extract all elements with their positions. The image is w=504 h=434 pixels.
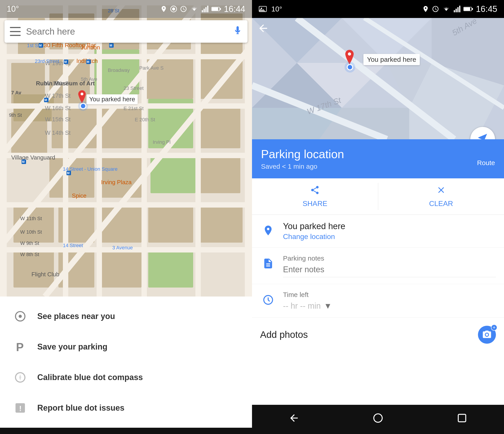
- parking-pin-right: You parked here: [342, 49, 420, 72]
- svg-text:M: M: [39, 44, 42, 47]
- svg-text:!: !: [19, 404, 22, 413]
- svg-text:M: M: [64, 60, 67, 63]
- svg-text:W 10th St: W 10th St: [20, 229, 42, 235]
- svg-text:W 8th St: W 8th St: [20, 252, 39, 257]
- svg-point-106: [19, 315, 22, 318]
- search-bar[interactable]: [4, 20, 248, 43]
- svg-rect-117: [457, 7, 459, 12]
- photos-label: Add photos: [260, 329, 308, 340]
- svg-rect-2: [202, 10, 203, 12]
- svg-text:W 14th St: W 14th St: [45, 129, 71, 136]
- status-temp-right: 10°: [271, 5, 282, 13]
- photos-row: Add photos +: [252, 318, 504, 352]
- svg-rect-37: [101, 247, 142, 288]
- search-input[interactable]: [26, 27, 233, 37]
- share-icon: [310, 185, 320, 197]
- svg-text:W 11th St: W 11th St: [20, 216, 42, 221]
- blue-dot-right: [347, 64, 353, 70]
- map-left[interactable]: 1st St 8th St 23rd Street 23rd Street 28…: [0, 0, 252, 297]
- left-panel: 10° 16:44: [0, 0, 252, 434]
- recents-nav-right[interactable]: [456, 412, 468, 426]
- svg-rect-7: [212, 7, 218, 10]
- menu-label-report: Report blue dot issues: [37, 403, 125, 413]
- bottom-menu: See places near you P Save your parking …: [0, 297, 252, 428]
- svg-rect-115: [454, 10, 455, 12]
- svg-text:M: M: [87, 60, 89, 63]
- menu-item-places[interactable]: See places near you: [0, 301, 252, 332]
- share-button[interactable]: SHARE: [252, 178, 378, 215]
- nav-bar-right: [252, 405, 504, 434]
- map-svg-left: 1st St 8th St 23rd Street 23rd Street 28…: [0, 0, 252, 297]
- svg-rect-4: [205, 7, 207, 12]
- circle-icon: [170, 5, 177, 13]
- svg-text:7 Av: 7 Av: [11, 90, 22, 95]
- share-label: SHARE: [303, 199, 327, 208]
- svg-rect-38: [148, 247, 193, 288]
- svg-text:9th St: 9th St: [9, 112, 22, 118]
- change-location-link[interactable]: Change location: [283, 233, 496, 241]
- menu-item-report[interactable]: ! Report blue dot issues: [0, 393, 252, 423]
- svg-text:W 17th St: W 17th St: [45, 92, 71, 99]
- svg-text:Spice: Spice: [72, 192, 86, 199]
- clear-label: CLEAR: [429, 199, 453, 208]
- camera-plus-icon: +: [491, 324, 497, 331]
- parking-subtitle: Saved < 1 min ago: [261, 163, 344, 170]
- svg-text:W 16th St: W 16th St: [45, 105, 71, 111]
- menu-item-compass[interactable]: Calibrate blue dot compass: [0, 362, 252, 393]
- location-row: You parked here Change location: [252, 215, 504, 248]
- content-area: You parked here Change location Parking …: [252, 215, 504, 405]
- svg-point-104: [81, 92, 83, 95]
- status-bar-left: 10° 16:44: [0, 0, 252, 18]
- time-value: -- hr -- min: [283, 301, 321, 311]
- notes-input[interactable]: [283, 265, 496, 277]
- svg-point-114: [261, 8, 262, 9]
- signal-icon: [201, 5, 209, 13]
- svg-text:M: M: [45, 98, 47, 102]
- status-right-right: 16:45: [422, 4, 497, 14]
- notes-row: Parking notes: [252, 248, 504, 284]
- signal-icon-right: [453, 5, 461, 13]
- svg-text:Park Ave S: Park Ave S: [139, 65, 163, 71]
- status-time-left: 16:44: [224, 4, 245, 14]
- time-row: Time left -- hr -- min ▼: [252, 284, 504, 318]
- status-bar-right: 10° 16:45: [252, 0, 504, 18]
- time-content: Time left -- hr -- min ▼: [283, 291, 496, 311]
- battery-icon-right: [463, 5, 473, 13]
- add-photo-button[interactable]: +: [478, 326, 496, 344]
- svg-text:Irving Pl: Irving Pl: [153, 139, 171, 145]
- svg-point-138: [348, 52, 351, 55]
- svg-text:P: P: [16, 341, 24, 353]
- route-arrow-icon: [477, 132, 488, 139]
- wifi-icon-right: [442, 5, 451, 13]
- svg-rect-22: [52, 108, 97, 148]
- time-label: Time left: [283, 291, 496, 298]
- back-nav-right[interactable]: [288, 412, 300, 426]
- time-row-icon: [260, 292, 276, 308]
- notes-row-icon: [260, 255, 276, 271]
- svg-text:E 20th St: E 20th St: [135, 117, 155, 122]
- notes-label: Parking notes: [283, 254, 496, 262]
- svg-rect-118: [459, 6, 460, 12]
- home-nav-right[interactable]: [372, 412, 384, 426]
- svg-point-140: [374, 414, 382, 422]
- image-icon: [259, 6, 267, 12]
- park-label-right: You parked here: [363, 54, 420, 65]
- status-icons-left: 16:44: [160, 4, 245, 14]
- alarm-icon-right: [432, 5, 439, 13]
- clear-button[interactable]: CLEAR: [378, 178, 504, 215]
- map-top-right: W 17th St 5th Ave You parked here: [252, 18, 504, 139]
- blue-header: Parking location Saved < 1 min ago Route: [252, 139, 504, 178]
- svg-rect-25: [200, 103, 240, 148]
- svg-text:14 Street - Union Square: 14 Street - Union Square: [63, 166, 117, 172]
- svg-marker-108: [19, 374, 21, 380]
- back-button-right[interactable]: [257, 22, 269, 37]
- hamburger-menu[interactable]: [10, 27, 21, 36]
- svg-point-1: [172, 7, 175, 10]
- menu-item-parking[interactable]: P Save your parking: [0, 332, 252, 362]
- action-row: SHARE CLEAR: [252, 178, 504, 215]
- time-selector[interactable]: -- hr -- min ▼: [283, 301, 496, 311]
- svg-text:Irving Plaza: Irving Plaza: [101, 179, 132, 186]
- dropdown-arrow[interactable]: ▼: [324, 301, 332, 311]
- mic-icon[interactable]: [233, 26, 242, 37]
- svg-rect-5: [207, 6, 208, 12]
